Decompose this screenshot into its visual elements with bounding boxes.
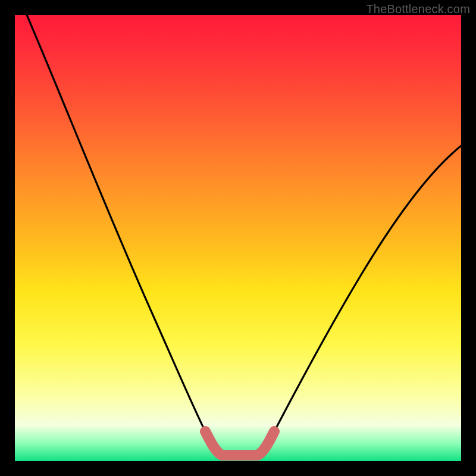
plot-area <box>15 15 461 461</box>
bottleneck-curve <box>27 15 461 455</box>
watermark-label: TheBottleneck.com <box>366 2 470 16</box>
chart-overlay <box>15 15 461 461</box>
chart-frame: TheBottleneck.com <box>0 0 476 476</box>
optimal-band <box>205 431 274 455</box>
